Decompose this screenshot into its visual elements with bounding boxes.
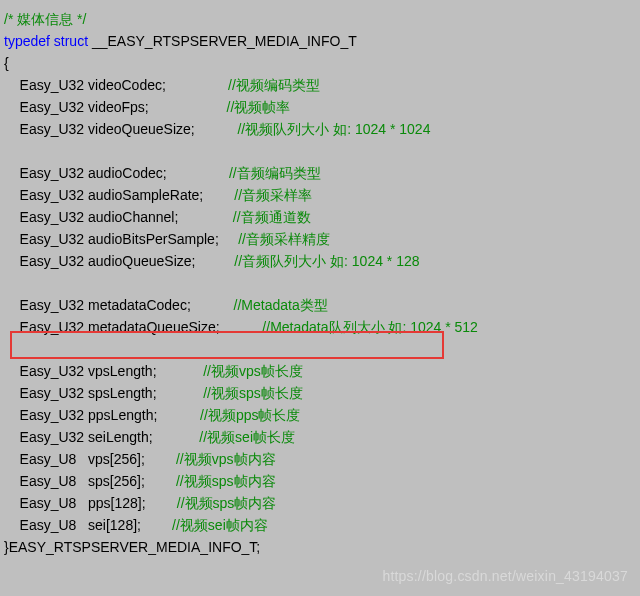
comment-text: //视频队列大小 如: 1024 * 1024: [237, 121, 430, 137]
code-text: Easy_U32 spsLength;: [4, 385, 203, 401]
watermark: https://blog.csdn.net/weixin_43194037: [382, 568, 628, 584]
code-line: Easy_U32 spsLength; //视频sps帧长度: [4, 382, 636, 404]
code-block: /* 媒体信息 */ typedef struct __EASY_RTSPSER…: [0, 0, 640, 562]
comment-text: //音频编码类型: [229, 165, 321, 181]
code-line: Easy_U32 audioQueueSize; //音频队列大小 如: 102…: [4, 250, 636, 272]
comment-text: //Metadata类型: [234, 297, 328, 313]
comment-text: //视频vps帧长度: [203, 363, 303, 379]
close-brace: }EASY_RTSPSERVER_MEDIA_INFO_T;: [4, 536, 636, 558]
code-line: Easy_U32 vpsLength; //视频vps帧长度: [4, 360, 636, 382]
code-text: Easy_U8 pps[128];: [4, 495, 177, 511]
code-text: Easy_U8 sei[128];: [4, 517, 172, 533]
code-text: Easy_U32 ppsLength;: [4, 407, 200, 423]
code-line: Easy_U32 videoQueueSize; //视频队列大小 如: 102…: [4, 118, 636, 140]
code-text: Easy_U32 audioCodec;: [4, 165, 229, 181]
code-line: Easy_U32 ppsLength; //视频pps帧长度: [4, 404, 636, 426]
comment-text: //音频采样率: [234, 187, 312, 203]
blank-line: [4, 140, 636, 162]
code-text: Easy_U32 audioQueueSize;: [4, 253, 234, 269]
code-text: Easy_U32 vpsLength;: [4, 363, 203, 379]
comment-text: //音频通道数: [233, 209, 311, 225]
code-text: Easy_U32 videoQueueSize;: [4, 121, 237, 137]
comment-text: //视频sps帧内容: [176, 473, 276, 489]
code-line: Easy_U32 metadataQueueSize; //Metadata队列…: [4, 316, 636, 338]
code-line: Easy_U32 audioSampleRate; //音频采样率: [4, 184, 636, 206]
comment-text: /* 媒体信息 */: [4, 11, 86, 27]
blank-line: [4, 338, 636, 360]
code-text: Easy_U32 audioSampleRate;: [4, 187, 234, 203]
comment-text: //视频sei帧长度: [199, 429, 295, 445]
code-line: Easy_U32 videoFps; //视频帧率: [4, 96, 636, 118]
comment-text: //视频编码类型: [228, 77, 320, 93]
comment-text: //视频sps帧内容: [177, 495, 277, 511]
code-text: Easy_U32 videoCodec;: [4, 77, 228, 93]
code-line: Easy_U32 metadataCodec; //Metadata类型: [4, 294, 636, 316]
code-line: Easy_U32 videoCodec; //视频编码类型: [4, 74, 636, 96]
comment-text: //视频sei帧内容: [172, 517, 268, 533]
code-line: Easy_U32 audioBitsPerSample; //音频采样精度: [4, 228, 636, 250]
code-line: Easy_U32 seiLength; //视频sei帧长度: [4, 426, 636, 448]
comment-text: //视频sps帧长度: [203, 385, 303, 401]
code-text: Easy_U32 audioChannel;: [4, 209, 233, 225]
comment-text: //视频pps帧长度: [200, 407, 300, 423]
open-brace: {: [4, 52, 636, 74]
comment-text: //音频采样精度: [238, 231, 330, 247]
code-text: Easy_U32 audioBitsPerSample;: [4, 231, 238, 247]
comment-text: //Metadata队列大小 如: 1024 * 512: [262, 319, 478, 335]
code-line: Easy_U8 sps[256]; //视频sps帧内容: [4, 470, 636, 492]
struct-name: __EASY_RTSPSERVER_MEDIA_INFO_T: [88, 33, 357, 49]
blank-line: [4, 272, 636, 294]
code-text: Easy_U8 sps[256];: [4, 473, 176, 489]
code-text: Easy_U8 vps[256];: [4, 451, 176, 467]
code-line: Easy_U32 audioCodec; //音频编码类型: [4, 162, 636, 184]
comment-text: //音频队列大小 如: 1024 * 128: [234, 253, 419, 269]
comment-text: //视频帧率: [227, 99, 291, 115]
code-line: Easy_U32 audioChannel; //音频通道数: [4, 206, 636, 228]
typedef-line: typedef struct __EASY_RTSPSERVER_MEDIA_I…: [4, 30, 636, 52]
keyword: typedef struct: [4, 33, 88, 49]
code-line: Easy_U8 vps[256]; //视频vps帧内容: [4, 448, 636, 470]
top-comment: /* 媒体信息 */: [4, 8, 636, 30]
code-line: Easy_U8 sei[128]; //视频sei帧内容: [4, 514, 636, 536]
comment-text: //视频vps帧内容: [176, 451, 276, 467]
code-text: Easy_U32 metadataQueueSize;: [4, 319, 262, 335]
code-text: Easy_U32 videoFps;: [4, 99, 227, 115]
code-text: Easy_U32 seiLength;: [4, 429, 199, 445]
code-line: Easy_U8 pps[128]; //视频sps帧内容: [4, 492, 636, 514]
code-text: Easy_U32 metadataCodec;: [4, 297, 234, 313]
